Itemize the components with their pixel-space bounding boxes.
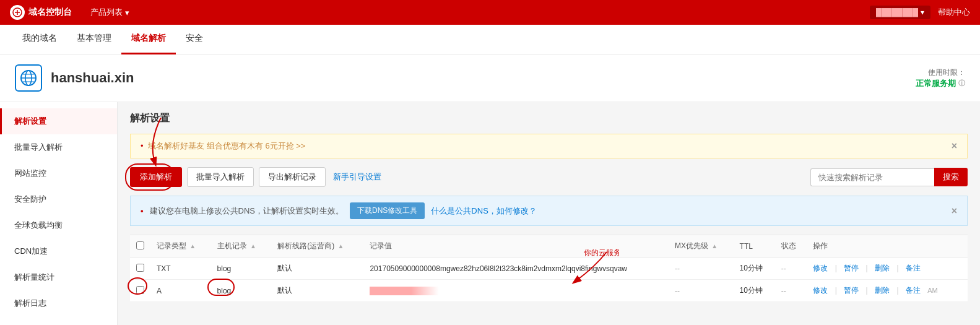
search-input[interactable] <box>810 168 934 186</box>
sort-icon-line: ▲ <box>338 243 344 249</box>
row2-ttl: 10分钟 <box>734 280 775 302</box>
add-parse-button[interactable]: 添加解析 <box>130 167 182 187</box>
table-row: A blog 默认 ███.███.███.███ <box>130 280 968 302</box>
th-mx: MX优先级 ▲ <box>669 235 734 258</box>
sidebar-item-dns-settings[interactable]: 解析设置 <box>0 108 117 134</box>
sidebar-item-load-balance[interactable]: 全球负载均衡 <box>0 212 117 238</box>
row2-edit-link[interactable]: 修改 <box>813 286 828 295</box>
table-row: TXT blog 默认 20170509000000008mgwez82hz06… <box>130 258 968 280</box>
row2-delete-link[interactable]: 删除 <box>875 286 890 295</box>
domain-service-info: 使用时限： 正常服务期 ⓘ <box>916 67 965 89</box>
logo-icon <box>10 5 25 20</box>
row1-pause-link[interactable]: 暂停 <box>844 264 859 272</box>
table-wrapper: 记录类型 ▲ 主机记录 ▲ 解析线路(运营商) ▲ 记录值 <box>130 235 968 302</box>
circle-annotation-blog <box>207 279 235 296</box>
row2-pause-link[interactable]: 暂停 <box>844 286 859 295</box>
domain-name: hanshuai.xin <box>51 70 134 86</box>
top-nav: 域名控制台 产品列表 ▾ ████████ ▾ 帮助中心 <box>0 0 980 25</box>
row2-type: A <box>150 280 211 302</box>
row1-checkbox-cell <box>130 258 150 280</box>
sidebar-item-batch-import[interactable]: 批量导入解析 <box>0 134 117 160</box>
domain-header: hanshuai.xin 使用时限： 正常服务期 ⓘ <box>0 54 980 102</box>
row1-checkbox[interactable] <box>136 264 144 272</box>
row2-status: -- <box>775 280 807 302</box>
tab-basic-manage[interactable]: 基本管理 <box>67 25 121 54</box>
sidebar-item-stats[interactable]: 解析量统计 <box>0 264 117 290</box>
batch-import-button[interactable]: 批量导入解析 <box>187 167 254 187</box>
wizard-button[interactable]: 新手引导设置 <box>331 168 384 186</box>
sort-icon-type: ▲ <box>189 243 196 249</box>
domain-header-left: hanshuai.xin <box>15 64 134 92</box>
dns-table: 记录类型 ▲ 主机记录 ▲ 解析线路(运营商) ▲ 记录值 <box>130 235 968 302</box>
chevron-down-icon: ▾ <box>921 8 924 17</box>
dns-help-link[interactable]: 什么是公共DNS，如何修改？ <box>431 206 536 217</box>
dns-notice-content: • 建议您在电脑上修改公共DNS，让解析设置实时生效。 下载DNS修改工具 什么… <box>141 202 537 219</box>
sidebar-item-security[interactable]: 安全防护 <box>0 186 117 212</box>
select-all-checkbox[interactable] <box>136 241 144 249</box>
row2-value: ███.███.███.███ 你的云服务器IP <box>363 280 669 302</box>
page-title: 解析设置 <box>130 112 968 125</box>
tab-security[interactable]: 安全 <box>176 25 213 54</box>
th-type: 记录类型 ▲ <box>150 235 211 258</box>
service-status: 正常服务期 ⓘ <box>916 78 965 89</box>
row2-line: 默认 <box>271 280 363 302</box>
dns-notice: • 建议您在电脑上修改公共DNS，让解析设置实时生效。 下载DNS修改工具 什么… <box>130 196 968 226</box>
row1-actions: 修改 | 暂停 | 删除 | 备注 <box>807 258 968 280</box>
row1-note-link[interactable]: 备注 <box>906 264 921 272</box>
row1-delete-link[interactable]: 删除 <box>875 264 890 272</box>
row1-line: 默认 <box>271 258 363 280</box>
user-name: ████████ <box>876 8 918 17</box>
toolbar: 添加解析 批量导入解析 导出解析记录 新手引导设置 搜索 <box>130 167 968 187</box>
tab-my-domains[interactable]: 我的域名 <box>12 25 67 54</box>
product-menu-label: 产品列表 <box>90 7 123 18</box>
content-area: 解析设置 • 域名解析好基友 组合优惠有木有 6元开抢 >> × 添加解析 批量… <box>118 102 980 325</box>
promo-text: • 域名解析好基友 组合优惠有木有 6元开抢 >> <box>141 141 305 152</box>
info-icon: ⓘ <box>958 79 965 88</box>
logo-text: 域名控制台 <box>28 7 72 18</box>
row2-checkbox-cell <box>130 280 150 302</box>
row1-value: 20170509000000008mgwez82hz06l8l2t323ck8i… <box>363 258 669 280</box>
row1-status: -- <box>775 258 807 280</box>
row1-host: blog <box>211 258 272 280</box>
row1-mx: -- <box>669 258 734 280</box>
promo-close-button[interactable]: × <box>952 141 957 152</box>
th-action: 操作 <box>807 235 968 258</box>
row2-note-link[interactable]: 备注 <box>906 286 921 295</box>
th-checkbox <box>130 235 150 258</box>
download-dns-tool-button[interactable]: 下载DNS修改工具 <box>350 202 425 219</box>
row2-mx: -- <box>669 280 734 302</box>
sidebar-item-logs[interactable]: 解析日志 <box>0 290 117 316</box>
sort-icon-host: ▲ <box>250 243 256 249</box>
search-group: 搜索 <box>810 168 968 186</box>
sidebar: 解析设置 批量导入解析 网站监控 安全防护 全球负载均衡 CDN加速 解析量统计… <box>0 102 118 325</box>
row2-host: blog <box>211 280 272 302</box>
help-center[interactable]: 帮助中心 <box>938 7 970 18</box>
th-status: 状态 <box>775 235 807 258</box>
sidebar-item-cdn[interactable]: CDN加速 <box>0 238 117 264</box>
search-button[interactable]: 搜索 <box>934 168 968 186</box>
add-parse-button-wrapper: 添加解析 <box>130 167 182 187</box>
row2-extra-link: AM <box>927 287 938 294</box>
row2-actions: 修改 | 暂停 | 删除 | 备注 AM <box>807 280 968 302</box>
tab-dns-resolve[interactable]: 域名解析 <box>121 25 176 54</box>
row1-type: TXT <box>150 258 211 280</box>
product-menu[interactable]: 产品列表 ▾ <box>84 7 136 18</box>
dns-notice-close-button[interactable]: × <box>952 206 957 217</box>
service-label: 使用时限： <box>916 67 965 78</box>
export-button[interactable]: 导出解析记录 <box>259 167 326 187</box>
main-layout: 解析设置 批量导入解析 网站监控 安全防护 全球负载均衡 CDN加速 解析量统计… <box>0 102 980 325</box>
sidebar-item-monitor[interactable]: 网站监控 <box>0 160 117 186</box>
sub-nav: 我的域名 基本管理 域名解析 安全 <box>0 25 980 54</box>
row1-edit-link[interactable]: 修改 <box>813 264 828 272</box>
promo-banner: • 域名解析好基友 组合优惠有木有 6元开抢 >> × <box>130 134 968 158</box>
th-value: 记录值 <box>363 235 669 258</box>
th-host: 主机记录 ▲ <box>211 235 272 258</box>
th-ttl: TTL <box>734 235 775 258</box>
user-menu[interactable]: ████████ ▾ <box>870 6 930 19</box>
sort-icon-mx: ▲ <box>711 243 718 249</box>
row1-ttl: 10分钟 <box>734 258 775 280</box>
th-line: 解析线路(运营商) ▲ <box>271 235 363 258</box>
logo: 域名控制台 <box>10 5 72 20</box>
row2-checkbox[interactable] <box>136 286 144 294</box>
table-header-row: 记录类型 ▲ 主机记录 ▲ 解析线路(运营商) ▲ 记录值 <box>130 235 968 258</box>
